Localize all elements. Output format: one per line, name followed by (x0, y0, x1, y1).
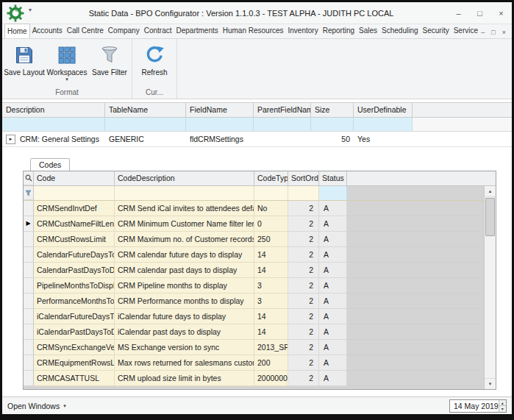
cell-sortorder[interactable]: 2 (288, 371, 319, 386)
cell-status[interactable]: A (319, 293, 347, 309)
cell-status[interactable]: A (319, 216, 347, 232)
cell-codedescription[interactable]: CRM calendar future days to display (115, 247, 254, 263)
cell-codetype[interactable]: 14 (254, 324, 288, 340)
cell-codedescription[interactable]: CRM upload size limit in bytes (115, 371, 254, 386)
tab-inventory[interactable]: Inventory (286, 24, 321, 38)
vertical-scrollbar[interactable]: ▴ ▾ (484, 186, 496, 389)
detail-row[interactable]: CRMEquipmentRowsLimitMax rows returned f… (24, 355, 496, 371)
date-editor[interactable]: 14 May 2019 ▴ ▾ (449, 399, 507, 413)
tab-services[interactable]: Services (451, 24, 479, 38)
save-layout-button[interactable]: Save Layout (4, 42, 45, 76)
detail-row[interactable]: CRMSyncExchangeVersionMS Exchange versio… (24, 340, 496, 355)
tab-contract[interactable]: Contract (142, 24, 174, 38)
column-header-fieldname[interactable]: FieldName (186, 103, 254, 117)
filter-cell-userdefinable[interactable] (354, 118, 413, 131)
cell-code[interactable]: CRMCustNameFiltLen (34, 216, 115, 232)
cell-codedescription[interactable]: CRM Maximum no. of Customer records fetc… (115, 232, 254, 247)
cell-codetype[interactable]: 14 (254, 263, 288, 278)
cell-codedescription[interactable]: CRM Performance months to display (115, 293, 254, 309)
cell-code[interactable]: CRMCustRowsLimit (34, 232, 115, 247)
tab-sales[interactable]: Sales (357, 24, 379, 38)
refresh-button[interactable]: Refresh (134, 42, 175, 76)
cell-size[interactable]: 50 (311, 133, 354, 145)
cell-codetype[interactable]: 3 (254, 278, 288, 293)
detail-row[interactable]: CRMCustRowsLimitCRM Maximum no. of Custo… (24, 232, 496, 247)
filter-cell-parentfieldname[interactable] (254, 118, 311, 131)
cell-codedescription[interactable]: CRM calendar past days to display (115, 263, 254, 278)
cell-status[interactable]: A (319, 340, 347, 355)
scroll-down-icon[interactable]: ▾ (485, 378, 496, 389)
tab-scheduling[interactable]: Scheduling (379, 24, 420, 38)
spin-up-icon[interactable]: ▴ (499, 400, 506, 407)
cell-status[interactable]: A (319, 371, 347, 386)
tab-call-centre[interactable]: Call Centre (65, 24, 106, 38)
column-header-description[interactable]: Description (2, 103, 105, 117)
cell-status[interactable]: A (319, 309, 347, 324)
cell-codetype[interactable]: 200 (254, 355, 288, 371)
cell-code[interactable]: CRMEquipmentRowsLimit (34, 355, 115, 371)
column-header-codedescription[interactable]: CodeDescription (115, 171, 254, 185)
filter-cell-tablename[interactable] (105, 118, 186, 131)
cell-sortorder[interactable]: 2 (288, 340, 319, 355)
cell-code[interactable]: PerformanceMonthsToDisplay (34, 293, 115, 309)
column-header-tablename[interactable]: TableName (105, 103, 186, 117)
search-icon[interactable] (24, 171, 34, 185)
column-header-sortorder[interactable]: SortOrder (288, 171, 319, 185)
mdi-close-button[interactable]: × (502, 29, 506, 36)
filter-cell-code[interactable] (34, 186, 115, 200)
cell-codetype[interactable]: 250 (254, 232, 288, 247)
cell-sortorder[interactable]: 2 (288, 247, 319, 263)
filter-cell-status[interactable] (319, 186, 347, 200)
detail-row[interactable]: CRMCASATTUSLCRM upload size limit in byt… (24, 371, 496, 386)
detail-row[interactable]: PipelineMonthsToDisplayCRM Pipeline mont… (24, 278, 496, 293)
detail-row[interactable]: CalendarFutureDaysToDisplayCRM calendar … (24, 247, 496, 263)
cell-code[interactable]: CalendarPastDaysToDisplay (34, 263, 115, 278)
filter-cell-sortorder[interactable] (288, 186, 319, 200)
filter-cell-description[interactable] (2, 118, 105, 131)
cell-codetype[interactable]: 14 (254, 247, 288, 263)
cell-codedescription[interactable]: CRM Send iCal invites to attendees defau… (115, 201, 254, 216)
workspaces-button[interactable]: Workspaces ▾ (46, 42, 88, 82)
cell-codedescription[interactable]: CRM Minimum Customer Name filter length (115, 216, 254, 232)
cell-status[interactable]: A (319, 201, 347, 216)
cell-sortorder[interactable]: 2 (288, 216, 319, 232)
scrollbar-thumb[interactable] (485, 198, 495, 236)
cell-sortorder[interactable]: 2 (288, 263, 319, 278)
cell-status[interactable]: A (319, 278, 347, 293)
spin-down-icon[interactable]: ▾ (499, 406, 506, 412)
cell-codetype[interactable]: No (254, 201, 288, 216)
tab-reporting[interactable]: Reporting (321, 24, 357, 38)
column-header-size[interactable]: Size (311, 103, 354, 117)
mdi-restore-button[interactable]: □ (491, 29, 495, 36)
cell-codedescription[interactable]: iCalendar future days to display (115, 309, 254, 324)
cell-sortorder[interactable]: 2 (288, 355, 319, 371)
quick-access-dropdown-icon[interactable]: ▾ (29, 7, 32, 13)
cell-description[interactable]: ▸ CRM: General Settings (2, 133, 105, 146)
cell-status[interactable]: A (319, 324, 347, 340)
cell-sortorder[interactable]: 2 (288, 232, 319, 247)
cell-codetype[interactable]: 0 (254, 216, 288, 232)
cell-sortorder[interactable]: 2 (288, 201, 319, 216)
master-grid-row[interactable]: ▸ CRM: General Settings GENERIC fldCRMSe… (2, 132, 512, 147)
tab-home[interactable]: Home (4, 24, 30, 38)
cell-code[interactable]: CRMSyncExchangeVersion (34, 340, 115, 355)
open-windows-menu[interactable]: Open Windows ▾ (7, 402, 66, 410)
filter-cell-fieldname[interactable] (186, 118, 254, 131)
filter-cell-codedescription[interactable] (115, 186, 254, 200)
detail-row[interactable]: CalendarPastDaysToDisplayCRM calendar pa… (24, 263, 496, 278)
detail-row[interactable]: PerformanceMonthsToDisplayCRM Performanc… (24, 293, 496, 309)
detail-row[interactable]: iCalendarFutureDaysToDisplayiCalendar fu… (24, 309, 496, 324)
cell-codedescription[interactable]: CRM Pipeline months to display (115, 278, 254, 293)
cell-sortorder[interactable]: 2 (288, 278, 319, 293)
cell-codetype[interactable]: 2013_SP1 (254, 340, 288, 355)
tab-codes[interactable]: Codes (30, 158, 70, 171)
close-button[interactable]: × (490, 2, 512, 24)
cell-codetype[interactable]: 14 (254, 309, 288, 324)
column-header-status[interactable]: Status (319, 171, 347, 185)
cell-status[interactable]: A (319, 355, 347, 371)
cell-codedescription[interactable]: Max rows returned for salesmans customer… (115, 355, 254, 371)
cell-code[interactable]: CRMSendInvtDef (34, 201, 115, 216)
column-header-parentfieldname[interactable]: ParentFieldName (254, 103, 311, 117)
cell-status[interactable]: A (319, 247, 347, 263)
cell-code[interactable]: CalendarFutureDaysToDisplay (34, 247, 115, 263)
